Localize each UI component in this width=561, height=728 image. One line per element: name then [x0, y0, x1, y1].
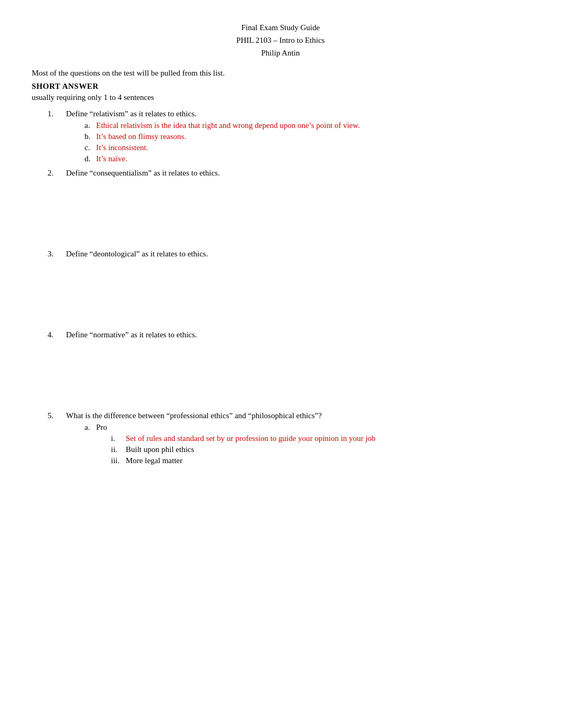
question-item-3: 3.Define “deontological” as it relates t… [48, 250, 529, 327]
answer-space [48, 259, 529, 327]
sub-item-1-2: c.It’s inconsistent. [85, 143, 529, 152]
sub-label: a. [85, 423, 96, 432]
question-text-4: Define “normative” as it relates to ethi… [66, 330, 197, 339]
sub-item-1-0: a.Ethical relativism is the idea that ri… [85, 121, 529, 130]
sub-item-1-3: d.It’s naïve. [85, 154, 529, 163]
sub-sub-text: More legal matter [126, 456, 182, 465]
question-text-3: Define “deontological” as it relates to … [66, 250, 208, 259]
question-text-5: What is the difference between “professi… [66, 411, 322, 420]
header-line1: Final Exam Study Guide [32, 21, 529, 34]
sub-sub-item: i.Set of rules and standard set by ur pr… [111, 434, 529, 443]
sub-sub-text: Set of rules and standard set by ur prof… [126, 434, 376, 443]
answer-space [48, 339, 529, 408]
sub-text: Pro [96, 423, 107, 432]
sub-label: b. [85, 132, 96, 141]
section-label: SHORT ANSWER [32, 82, 529, 91]
sub-sub-label: i. [111, 434, 126, 443]
question-number-2: 2. [48, 169, 66, 178]
sub-sub-text: Built upon phil ethics [126, 445, 194, 454]
question-number-3: 3. [48, 250, 66, 259]
question-number-5: 5. [48, 411, 66, 420]
sub-sub-item: ii.Built upon phil ethics [111, 445, 529, 454]
sub-list-1: a.Ethical relativism is the idea that ri… [85, 121, 529, 165]
sub-text: It’s inconsistent. [96, 143, 148, 152]
sub-label: a. [85, 121, 96, 130]
intro-text: Most of the questions on the test will b… [32, 69, 529, 78]
sub-item-1-1: b.It’s based on flimsy reasons. [85, 132, 529, 141]
question-number-4: 4. [48, 330, 66, 339]
sub-text: Ethical relativism is the idea that righ… [96, 121, 360, 130]
sub-sub-label: ii. [111, 445, 126, 454]
sub-label: d. [85, 154, 96, 163]
answer-space [48, 178, 529, 246]
questions-list: 1.Define “relativism” as it relates to e… [48, 109, 529, 469]
question-item-2: 2.Define “consequentialism” as it relate… [48, 169, 529, 246]
header-line3: Philip Antin [32, 47, 529, 59]
question-item-5: 5.What is the difference between “profes… [48, 411, 529, 469]
question-item-1: 1.Define “relativism” as it relates to e… [48, 109, 529, 165]
sub-text: It’s based on flimsy reasons. [96, 132, 186, 141]
sub-sub-label: iii. [111, 456, 126, 465]
subtitle-text: usually requiring only 1 to 4 sentences [32, 93, 529, 102]
question-item-4: 4.Define “normative” as it relates to et… [48, 330, 529, 408]
question-number-1: 1. [48, 109, 66, 118]
sub-sub-item: iii.More legal matter [111, 456, 529, 465]
sub-text: It’s naïve. [96, 154, 127, 163]
header-line2: PHIL 2103 – Intro to Ethics [32, 34, 529, 47]
sub-list-5: a.Proi.Set of rules and standard set by … [85, 423, 529, 469]
question-text-1: Define “relativism” as it relates to eth… [66, 109, 197, 118]
sub-item-5-0: a.Proi.Set of rules and standard set by … [85, 423, 529, 467]
question-text-2: Define “consequentialism” as it relates … [66, 169, 220, 178]
document-header: Final Exam Study Guide PHIL 2103 – Intro… [32, 21, 529, 59]
sub-label: c. [85, 143, 96, 152]
